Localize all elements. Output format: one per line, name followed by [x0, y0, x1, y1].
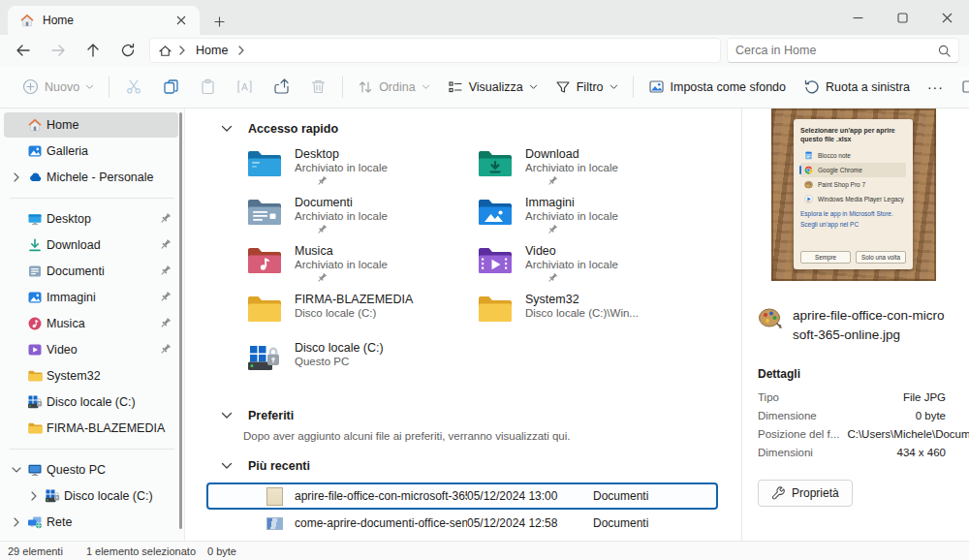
- file-preview-image: Selezionare un'app per aprire questo fil…: [771, 109, 936, 281]
- details-heading: Dettagli: [758, 367, 969, 381]
- section-recent[interactable]: Più recenti: [185, 448, 741, 479]
- sidebar-item-questo-pc[interactable]: Questo PC: [4, 457, 178, 482]
- video-icon: [27, 342, 43, 358]
- up-icon[interactable]: [76, 37, 110, 64]
- expand-chevron-icon[interactable]: [10, 515, 23, 529]
- sidebar-item-galleria[interactable]: Galleria: [4, 139, 178, 164]
- download-folder-icon: [476, 149, 513, 178]
- cut-icon[interactable]: [115, 71, 152, 104]
- tile-desktop[interactable]: Desktop Archiviato in locale: [245, 147, 476, 196]
- title-bar: Home: [0, 0, 969, 35]
- chevron-down-icon[interactable]: [220, 459, 234, 473]
- status-bar: 29 elementi 1 elemento selezionato 0 byt…: [0, 541, 969, 560]
- chevron-down-icon[interactable]: [220, 409, 234, 422]
- tab-close-icon[interactable]: [171, 10, 192, 31]
- maximize-button[interactable]: [880, 0, 924, 35]
- explorer-tab-home[interactable]: Home: [8, 6, 200, 35]
- file-row-selected[interactable]: aprire-file-office-con-microsoft-365-...…: [206, 482, 718, 510]
- filter-button[interactable]: Filtro: [547, 71, 627, 104]
- close-button[interactable]: [924, 0, 969, 35]
- pin-icon: [547, 224, 558, 235]
- sidebar-item-home[interactable]: Home: [4, 112, 178, 138]
- sidebar-scrollbar[interactable]: [177, 110, 184, 539]
- details-pane-icon: [961, 78, 969, 95]
- delete-icon[interactable]: [299, 71, 336, 104]
- gallery-icon: [27, 143, 43, 159]
- search-box[interactable]: [727, 38, 959, 63]
- bitlocker-drive-icon: [245, 343, 282, 372]
- music-folder-icon: [245, 246, 282, 275]
- chevron-right-icon: [237, 46, 245, 55]
- tile-firma-blazemedia[interactable]: FIRMA-BLAZEMEDIA Disco locale (C:): [245, 293, 476, 341]
- view-icon: [448, 79, 463, 95]
- sidebar-item-desktop[interactable]: Desktop: [4, 206, 178, 232]
- set-as-background-button[interactable]: Imposta come sfondo: [640, 71, 796, 104]
- properties-button[interactable]: Proprietà: [758, 480, 853, 507]
- favorites-hint: Dopo aver aggiunto alcuni file ai prefer…: [185, 428, 741, 448]
- sort-icon: [358, 79, 373, 95]
- pin-icon: [547, 175, 558, 187]
- sidebar-item-disco-locale-c[interactable]: Disco locale (C:): [21, 483, 178, 509]
- chevron-down-icon: [85, 82, 94, 91]
- sidebar-item-musica[interactable]: Musica: [4, 311, 178, 336]
- sidebar-item-onedrive[interactable]: Michele - Personale: [4, 165, 178, 190]
- sidebar-item-immagini[interactable]: Immagini: [4, 285, 178, 310]
- forward-icon[interactable]: [41, 37, 76, 64]
- expand-chevron-icon[interactable]: [10, 171, 23, 184]
- tile-musica[interactable]: Musica Archiviato in locale: [245, 244, 476, 293]
- sidebar-item-firma-blazemedia[interactable]: FIRMA-BLAZEMEDIA: [4, 416, 178, 441]
- collapse-chevron-icon[interactable]: [10, 463, 23, 477]
- tile-video[interactable]: Video Archiviato in locale: [476, 244, 706, 293]
- sidebar-separator: [10, 449, 174, 450]
- share-icon[interactable]: [263, 71, 299, 104]
- tile-system32[interactable]: System32 Disco locale (C:)\Win...: [476, 293, 706, 341]
- selection-size: 0 byte: [207, 545, 236, 557]
- new-button[interactable]: Nuovo: [14, 71, 103, 104]
- sidebar-item-disco-locale[interactable]: Disco locale (C:): [4, 389, 178, 415]
- navigation-bar: Home: [0, 35, 969, 66]
- breadcrumb-item-home[interactable]: Home: [196, 44, 228, 57]
- sidebar-item-rete[interactable]: Rete: [4, 510, 178, 535]
- sidebar-item-documenti[interactable]: Documenti: [4, 259, 178, 284]
- sort-button[interactable]: Ordina: [349, 71, 439, 104]
- paste-icon[interactable]: [189, 71, 226, 104]
- file-row[interactable]: come-aprire-documenti-office-senza... 05…: [206, 510, 718, 537]
- more-options-button[interactable]: ···: [919, 71, 953, 104]
- section-quick-access[interactable]: Accesso rapido: [185, 109, 741, 141]
- section-favorites[interactable]: Preferiti: [185, 389, 741, 428]
- refresh-icon[interactable]: [110, 37, 145, 64]
- recent-files-list: aprire-file-office-con-microsoft-365-...…: [185, 482, 741, 541]
- view-button[interactable]: Visualizza: [439, 71, 547, 104]
- more-options-icon: ···: [927, 79, 944, 95]
- search-icon[interactable]: [938, 45, 951, 57]
- details-table: Tipo File JPG Dimensione 0 byte Posizion…: [758, 389, 946, 462]
- copy-icon[interactable]: [152, 71, 189, 104]
- rename-icon[interactable]: [226, 71, 263, 104]
- tile-documenti[interactable]: Documenti Archiviato in locale: [245, 196, 476, 244]
- sidebar-item-system32[interactable]: System32: [4, 363, 178, 389]
- breadcrumb[interactable]: Home: [149, 38, 721, 63]
- tile-download[interactable]: Download Archiviato in locale: [476, 147, 706, 196]
- pin-icon: [159, 291, 172, 304]
- minimize-button[interactable]: [835, 0, 880, 35]
- tile-immagini[interactable]: Immagini Archiviato in locale: [476, 196, 706, 244]
- rotate-left-button[interactable]: Ruota a sinistra: [795, 71, 919, 104]
- details-pane-button[interactable]: Dettagli: [953, 71, 969, 104]
- chevron-down-icon[interactable]: [220, 122, 234, 136]
- main-content: Accesso rapido Desktop Archiviato in loc…: [185, 109, 741, 541]
- folder-icon: [245, 295, 282, 324]
- search-input[interactable]: [735, 44, 938, 57]
- sidebar-item-video[interactable]: Video: [4, 337, 178, 362]
- preview-app-chrome: Google Chrome: [800, 163, 906, 177]
- media-player-icon: [804, 195, 813, 203]
- tile-disco-locale[interactable]: Disco locale (C:) Questo PC: [245, 341, 476, 389]
- detail-row: Dimensione 0 byte: [758, 407, 946, 425]
- chevron-down-icon: [422, 82, 430, 91]
- music-icon: [27, 316, 43, 331]
- expand-chevron-icon[interactable]: [27, 489, 41, 503]
- back-icon[interactable]: [6, 37, 41, 64]
- sidebar-item-download[interactable]: Download: [4, 233, 178, 258]
- new-tab-button[interactable]: [207, 10, 231, 33]
- breadcrumb-home-icon[interactable]: [158, 44, 172, 58]
- pin-icon: [547, 272, 558, 284]
